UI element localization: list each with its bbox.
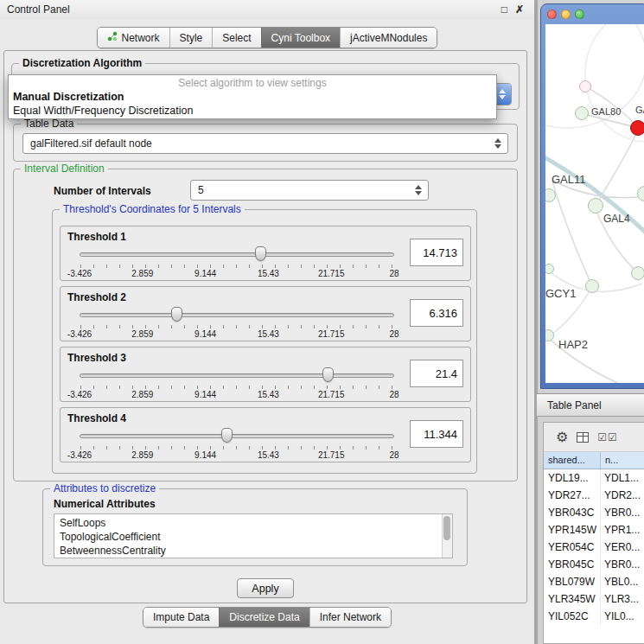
attribute-list-item[interactable]: SelfLoops: [60, 516, 442, 530]
dropdown-option-manual-discretization[interactable]: Manual Discretization: [9, 90, 496, 104]
table-row[interactable]: YLR345WYLR3...: [544, 590, 644, 608]
table-cell: YBR043C: [544, 504, 601, 521]
threshold-4-section: Threshold 4 -3.4262.8599.14415.4321.7152…: [60, 407, 471, 462]
slider-thumb[interactable]: [221, 428, 233, 443]
tab-jactivemnodules[interactable]: jActiveMNodules: [340, 28, 437, 48]
table-data-combobox[interactable]: galFiltered.sif default node: [22, 133, 508, 154]
slider-track[interactable]: [80, 252, 394, 257]
threshold-3-slider[interactable]: -3.4262.8599.14415.4321.71528: [80, 367, 394, 399]
slider-thumb[interactable]: [322, 367, 334, 382]
table-data-value: galFiltered.sif default node: [30, 134, 152, 153]
threshold-2-slider[interactable]: -3.4262.8599.14415.4321.71528: [80, 306, 394, 339]
control-panel-title: Control Panel: [7, 3, 70, 16]
column-header-shared-name[interactable]: shared...: [544, 452, 601, 469]
scale-tick-label: 2.859: [131, 329, 153, 339]
threshold-2-label: Threshold 2: [67, 291, 126, 303]
tab-label: Style: [180, 32, 203, 44]
apply-button[interactable]: Apply: [237, 578, 294, 598]
close-icon[interactable]: ✗: [515, 0, 524, 19]
scale-tick-label: 21.715: [318, 269, 345, 278]
table-row[interactable]: YIL052CYIL0...: [544, 608, 644, 625]
table-toolbar: ⚙ ☑☑: [544, 423, 644, 452]
scale-tick-label: 9.144: [194, 390, 216, 399]
network-node-label: GAL4: [603, 213, 630, 225]
network-node[interactable]: [630, 120, 644, 136]
slider-thumb[interactable]: [171, 307, 182, 322]
scale-tick-label: 28: [389, 269, 399, 278]
threshold-2-value-field[interactable]: 6.316: [410, 299, 463, 327]
gear-icon[interactable]: ⚙: [556, 430, 568, 444]
slider-track[interactable]: [80, 434, 394, 438]
table-row[interactable]: YBR045CYBR0...: [544, 556, 644, 573]
network-canvas[interactable]: GAL80GAGAL11GAL4GCY1HAP2: [545, 24, 644, 383]
table-row[interactable]: YDR27...YDR2...: [544, 487, 644, 504]
network-node[interactable]: [588, 198, 603, 214]
network-node[interactable]: [575, 106, 589, 120]
tab-discretize-data[interactable]: Discretize Data: [219, 608, 309, 627]
list-scrollbar[interactable]: [442, 514, 452, 558]
table-cell: YBR0...: [601, 556, 644, 573]
tab-label: jActiveMNodules: [350, 32, 427, 44]
table-row[interactable]: YBL079WYBL0...: [544, 573, 644, 590]
column-header-name[interactable]: n...: [601, 452, 644, 469]
threshold-3-value-field[interactable]: 21.4: [410, 360, 463, 387]
network-node[interactable]: [631, 266, 644, 280]
tab-cyni-toolbox[interactable]: Cyni Toolbox: [261, 28, 340, 48]
table-cell: YBL0...: [601, 573, 644, 590]
table-cell: YER0...: [601, 539, 644, 556]
slider-ticks: [80, 325, 393, 328]
float-window-icon[interactable]: □: [501, 0, 507, 19]
spinner-icon[interactable]: [494, 138, 501, 149]
network-node[interactable]: [585, 279, 599, 293]
table-cell: YBR045C: [544, 556, 601, 573]
table-row[interactable]: YDL19...YDL1...: [544, 469, 644, 487]
table-panel-header[interactable]: Table Panel: [537, 393, 644, 417]
tab-style[interactable]: Style: [169, 28, 213, 48]
select-none-icon[interactable]: ☑: [608, 431, 618, 443]
spinner-icon[interactable]: [415, 185, 422, 195]
interval-definition-group: Interval Definition Number of Intervals …: [13, 169, 518, 481]
tab-label: Impute Data: [153, 611, 209, 623]
thresholds-group: Threshold's Coordinates for 5 Intervals …: [52, 209, 477, 474]
attribute-list-item[interactable]: TopologicalCoefficient: [60, 530, 442, 544]
tab-select[interactable]: Select: [212, 28, 260, 48]
table-row[interactable]: YPR145WYPR1...: [544, 521, 644, 539]
slider-scale-labels: -3.4262.8599.14415.4321.71528: [80, 269, 394, 278]
threshold-1-value-field[interactable]: 14.713: [410, 239, 463, 266]
network-window-titlebar[interactable]: [541, 4, 644, 24]
dropdown-option-equal-width-frequency[interactable]: Equal Width/Frequency Discretization: [9, 104, 496, 118]
table-cell: YPR1...: [601, 521, 644, 539]
select-all-icon[interactable]: ☑: [597, 431, 608, 443]
scale-tick-label: 15.43: [258, 329, 279, 339]
tab-network[interactable]: Network: [98, 28, 169, 48]
slider-ticks: [80, 386, 393, 389]
close-button[interactable]: [547, 10, 557, 19]
panel-divider[interactable]: [534, 0, 538, 644]
minimize-button[interactable]: [561, 10, 571, 19]
numerical-attributes-list[interactable]: SelfLoopsTopologicalCoefficientBetweenne…: [54, 514, 442, 558]
tab-impute-data[interactable]: Impute Data: [143, 608, 219, 627]
table-row[interactable]: YER054CYER0...: [544, 539, 644, 556]
scrollbar-thumb[interactable]: [443, 516, 450, 540]
network-node[interactable]: [579, 80, 591, 92]
node-table-body: YDL19...YDL1...YDR27...YDR2...YBR043CYBR…: [544, 469, 644, 643]
scale-tick-label: 9.144: [194, 329, 216, 339]
slider-track[interactable]: [80, 373, 394, 378]
slider-track[interactable]: [80, 313, 394, 317]
control-panel-titlebar: Control Panel □ ✗: [0, 0, 534, 19]
attribute-list-item[interactable]: BetweennessCentrality: [60, 544, 442, 558]
dropdown-placeholder-option[interactable]: Select algorithm to view settings: [9, 76, 496, 90]
table-row[interactable]: YBR043CYBR0...: [544, 504, 644, 521]
zoom-button[interactable]: [575, 10, 584, 19]
scale-tick-label: 9.144: [194, 450, 216, 460]
threshold-2-section: Threshold 2 -3.4262.8599.14415.4321.7152…: [60, 286, 471, 341]
tab-infer-network[interactable]: Infer Network: [309, 608, 391, 627]
column-settings-icon[interactable]: [577, 432, 589, 443]
scale-tick-label: 21.715: [318, 390, 345, 399]
slider-thumb[interactable]: [255, 246, 266, 261]
threshold-4-slider[interactable]: -3.4262.8599.14415.4321.71528: [80, 427, 394, 460]
number-of-intervals-combobox[interactable]: 5: [190, 180, 429, 201]
threshold-4-value-field[interactable]: 11.344: [410, 420, 463, 448]
threshold-1-slider[interactable]: -3.4262.8599.14415.4321.71528: [80, 245, 394, 278]
numerical-attributes-listbox: SelfLoopsTopologicalCoefficientBetweenne…: [54, 513, 453, 558]
